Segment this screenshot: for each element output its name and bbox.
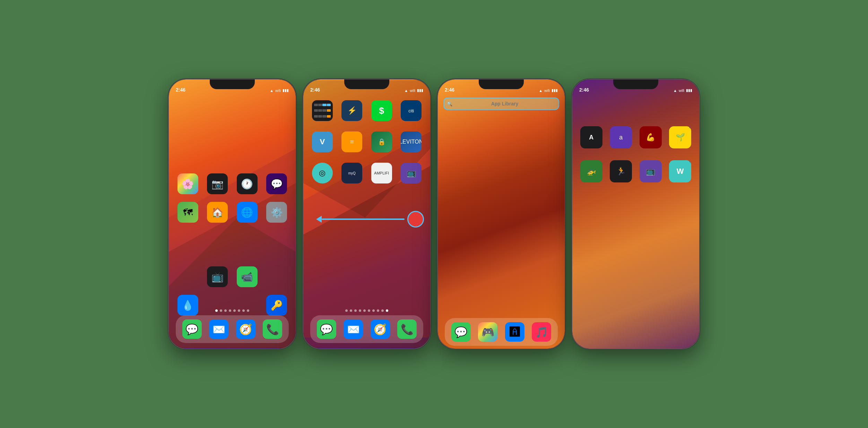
dock-2: 💬 ✉️ 🧭 📞 <box>310 315 423 343</box>
dot-1 <box>215 309 218 312</box>
dock-phone-2[interactable]: 📞 <box>397 319 417 339</box>
fontcase-new-dot <box>630 126 632 128</box>
phone-1: 2:46 ▲ wifi ▮▮▮ Pay Quarterly Taxes <box>168 79 296 349</box>
page-dots-1 <box>169 309 296 312</box>
battery-icon-1: ▮▮▮ <box>283 88 289 93</box>
dot-5 <box>233 309 236 312</box>
dock-gamecenter-3[interactable]: 🎮 <box>478 322 497 342</box>
dock-mail-2[interactable]: ✉️ <box>344 319 363 339</box>
notch-2 <box>344 79 389 89</box>
signal-icon-1: ▲ <box>270 88 274 93</box>
status-icons-3: ▲ wifi ▮▮▮ <box>539 88 558 93</box>
arrow-circle <box>407 211 424 228</box>
wifi-icon-2: wifi <box>410 88 415 93</box>
time-3: 2:46 <box>445 87 454 93</box>
twitch-icon-4: 📺 <box>646 167 655 176</box>
wish-icon: W <box>677 167 684 176</box>
time-4: 2:46 <box>579 87 589 93</box>
dot-6 <box>238 309 240 312</box>
app-library-search-input[interactable] <box>443 97 559 110</box>
status-icons-1: ▲ wifi ▮▮▮ <box>270 88 289 93</box>
plantry-icon: 🌱 <box>676 133 685 142</box>
phone-3: 2:46 ▲ wifi ▮▮▮ 🔍 💬 🗺 🏃 🔑 ⚙️ <box>437 79 565 349</box>
battery-icon-3: ▮▮▮ <box>552 88 558 93</box>
dock-messages-2[interactable]: 💬 <box>317 319 336 339</box>
arrow-head <box>316 216 322 223</box>
dock-safari-1[interactable]: 🧭 <box>236 319 255 339</box>
battery-icon-2: ▮▮▮ <box>417 88 423 93</box>
fontcase-icon: a <box>619 134 623 141</box>
dot-8 <box>247 309 249 312</box>
wish-new-dot <box>689 160 691 162</box>
status-icons-2: ▲ wifi ▮▮▮ <box>404 88 423 93</box>
dot-2 <box>220 309 222 312</box>
signal-icon-4: ▲ <box>673 88 677 93</box>
dock-mail-1[interactable]: ✉️ <box>209 319 228 339</box>
page-dots-2 <box>303 309 430 312</box>
dock-safari-2[interactable]: 🧭 <box>371 319 390 339</box>
arrow-line <box>322 219 405 220</box>
battery-icon-4: ▮▮▮ <box>686 88 692 93</box>
auxy-icon: A <box>589 134 593 141</box>
notch-1 <box>210 79 255 89</box>
search-icon: 🔍 <box>447 101 452 106</box>
wifi-icon-4: wifi <box>679 88 684 93</box>
dock-3: 💬 🎮 🅰 🎵 <box>445 318 558 346</box>
status-icons-4: ▲ wifi ▮▮▮ <box>673 88 692 93</box>
app-library-search[interactable]: 🔍 <box>443 97 559 110</box>
dot-4 <box>229 309 231 312</box>
totally-reliable-icon: 🚁 <box>587 167 596 176</box>
plantry-new-dot <box>689 126 691 128</box>
signal-icon-2: ▲ <box>404 88 408 93</box>
wifi-icon-3: wifi <box>544 88 550 93</box>
dock-1: 💬 ✉️ 🧭 📞 <box>176 315 289 343</box>
dock-music-3[interactable]: 🎵 <box>532 322 551 342</box>
dock-messages-1[interactable]: 💬 <box>182 319 202 339</box>
dot-3 <box>224 309 227 312</box>
signal-icon-3: ▲ <box>539 88 542 93</box>
training-today-icon: 🏃 <box>616 167 626 176</box>
dot-7 <box>242 309 245 312</box>
time-2: 2:46 <box>310 87 320 93</box>
time-1: 2:46 <box>176 87 185 93</box>
notch-3 <box>479 79 524 89</box>
swipe-arrow <box>316 211 424 228</box>
wifi-icon-1: wifi <box>275 88 281 93</box>
notch-4 <box>613 79 658 89</box>
phone-4: 2:46 ▲ wifi ▮▮▮ Recently Added A Auxy Pr… <box>572 79 700 349</box>
muscle-icon: 💪 <box>646 133 655 142</box>
phone-2: 2:46 ▲ wifi ▮▮▮ <box>303 79 431 349</box>
dock-messages-3[interactable]: 💬 <box>451 322 471 342</box>
dock-appstore-3[interactable]: 🅰 <box>505 322 524 342</box>
dock-phone-1[interactable]: 📞 <box>263 319 282 339</box>
